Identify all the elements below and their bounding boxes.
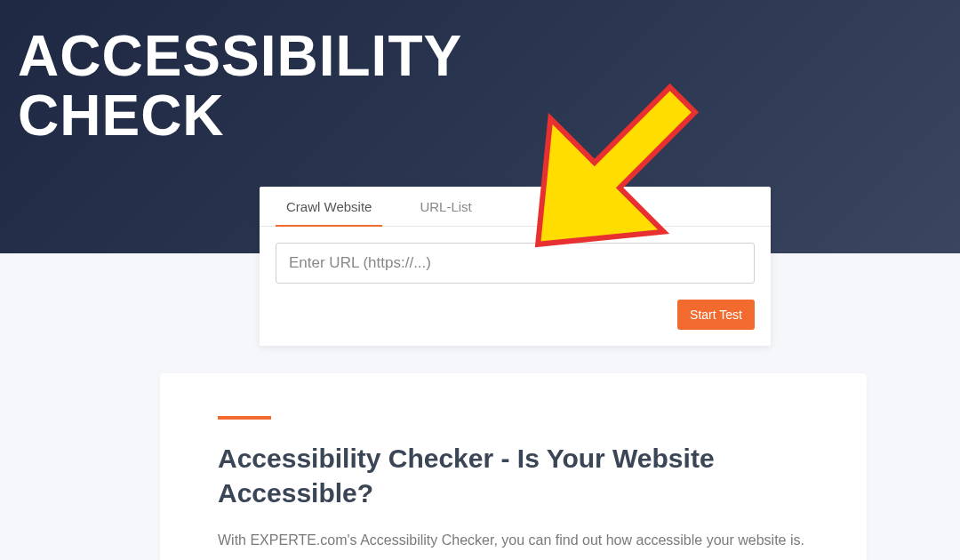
tab-crawl-website[interactable]: Crawl Website [276, 187, 382, 227]
start-test-button[interactable]: Start Test [677, 300, 755, 330]
url-test-card: Crawl Website URL-List Start Test [260, 187, 771, 346]
content-card: Accessibility Checker - Is Your Website … [160, 373, 867, 560]
card-actions: Start Test [260, 300, 771, 346]
content-heading: Accessibility Checker - Is Your Website … [218, 441, 809, 510]
accent-line [218, 416, 271, 420]
tabs-container: Crawl Website URL-List [260, 187, 771, 227]
title-line-2: CHECK [18, 84, 225, 148]
content-paragraph: With EXPERTE.com's Accessibility Checker… [218, 530, 809, 551]
page-title: ACCESSIBILITY CHECK [18, 27, 942, 146]
tab-url-list[interactable]: URL-List [409, 187, 482, 227]
title-line-1: ACCESSIBILITY [18, 24, 462, 88]
url-input[interactable] [276, 243, 755, 284]
card-body [260, 227, 771, 300]
